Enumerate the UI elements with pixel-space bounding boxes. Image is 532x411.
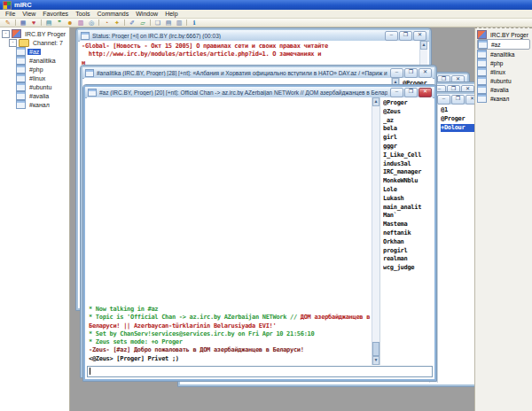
maximize-button[interactable]: ❐: [451, 95, 465, 105]
notify-list-icon[interactable]: ☻: [65, 19, 75, 27]
scrollbar-up-icon[interactable]: ▲: [372, 97, 379, 106]
switchbar-item[interactable]: #канал: [477, 94, 530, 103]
switchbar-item[interactable]: #analitika: [477, 50, 530, 58]
nick-item[interactable]: Lole: [383, 186, 433, 195]
switchbar-item-label: #linux: [489, 69, 507, 75]
options-icon[interactable]: ▦: [18, 19, 28, 27]
az-scrollbar[interactable]: ▲ ▼: [372, 97, 379, 365]
minimize-button[interactable]: –: [437, 95, 450, 105]
tree-channel-item[interactable]: #php: [0, 65, 69, 74]
tree-channel-label: #linux: [27, 75, 47, 81]
scrollbar-down-icon[interactable]: ▼: [372, 356, 379, 365]
channels-list-icon[interactable]: ▤: [43, 19, 54, 27]
menu-item-help[interactable]: Help: [161, 11, 181, 17]
text-caret: [90, 368, 90, 375]
tree-channel-item[interactable]: #analitika: [0, 56, 69, 65]
switchbar-item[interactable]: #ubuntu: [477, 76, 530, 85]
channel-icon: [477, 76, 487, 85]
switchbar-item[interactable]: #avalia: [477, 85, 530, 94]
tree-group-row[interactable]: - Channel: 7: [0, 38, 69, 47]
analitika-window-title: #analitika (IRC.BY, Proger) [28] [+nt]: …: [97, 70, 387, 76]
tree-channel-label: #канал: [27, 102, 51, 108]
nick-item[interactable]: @Proger: [441, 115, 474, 124]
nick-item[interactable]: Mastema: [383, 221, 433, 229]
close-button[interactable]: ✕: [419, 88, 432, 97]
nick-item[interactable]: @Proger: [383, 99, 433, 108]
menu-item-view[interactable]: View: [19, 11, 39, 17]
expander-icon[interactable]: -: [9, 39, 17, 47]
app-titlebar[interactable]: mIRC: [0, 0, 532, 10]
nick-item[interactable]: MonkeWNblu: [383, 177, 433, 186]
tile-horizontal-icon[interactable]: ▤: [163, 19, 174, 27]
switchbar-status-item[interactable]: IRC.BY Proger: [477, 30, 530, 39]
url-list-icon[interactable]: ◎: [86, 19, 97, 27]
minimize-button[interactable]: –: [390, 88, 403, 97]
maximize-button[interactable]: ❐: [404, 68, 418, 78]
message-input[interactable]: [87, 366, 433, 377]
notepad-icon[interactable]: ▱: [137, 19, 148, 27]
chat-line: * Topic is 'Official Chan -> az.irc.by A…: [89, 314, 372, 322]
nick-item[interactable]: @1: [441, 106, 474, 115]
menu-item-commands[interactable]: Commands: [93, 11, 132, 17]
channel-icon: [478, 40, 488, 49]
nick-item[interactable]: realman: [383, 255, 433, 264]
nick-item[interactable]: @Zeus: [383, 108, 433, 117]
tile-vertical-icon[interactable]: ▥: [174, 19, 184, 27]
highlight-icon[interactable]: ✦: [112, 19, 122, 27]
favorites-icon[interactable]: ♥: [28, 19, 39, 27]
tree-channel-item[interactable]: #канал: [0, 100, 69, 109]
tree-root-row[interactable]: - IRC.BY Proger: [0, 29, 69, 38]
nick-item[interactable]: Lukash: [383, 195, 433, 204]
nick-item[interactable]: Orkhan: [383, 238, 433, 247]
nick-item[interactable]: +Dolour: [441, 124, 474, 133]
close-button[interactable]: ✕: [466, 95, 474, 105]
tree-channel-item[interactable]: #az: [0, 47, 69, 56]
tree-channel-label: #az: [27, 49, 41, 55]
minimize-button[interactable]: –: [385, 31, 398, 41]
close-button[interactable]: ✕: [419, 68, 432, 78]
tree-channel-label: #php: [27, 66, 45, 73]
channel-icon: [477, 94, 487, 103]
chat-line: Беларуси! || Azerbaycan-türklarinin Bela…: [89, 322, 372, 330]
nick-item[interactable]: progirl: [383, 247, 433, 256]
maximize-button[interactable]: ❐: [399, 31, 412, 41]
expander-icon[interactable]: -: [2, 30, 10, 38]
nick-item[interactable]: gggr: [383, 143, 433, 151]
menu-item-tools[interactable]: Tools: [72, 11, 93, 17]
nick-item[interactable]: wcg_judge: [383, 264, 433, 273]
tree-channel-item[interactable]: #linux: [0, 74, 69, 82]
nick-item[interactable]: IRC_manager: [383, 168, 433, 177]
switchbar-item[interactable]: #linux: [477, 67, 530, 76]
switchbar-item[interactable]: #php: [477, 58, 530, 67]
nick-item[interactable]: I_Like_Cell: [383, 151, 433, 160]
nick-item[interactable]: neftanik: [383, 229, 433, 238]
help-icon[interactable]: ℹ: [189, 19, 200, 27]
maximize-button[interactable]: ❐: [404, 88, 418, 97]
address-book-icon[interactable]: ▥: [75, 19, 86, 27]
cascade-windows-icon[interactable]: ❏: [153, 19, 163, 27]
nick-item[interactable]: bela: [383, 125, 433, 134]
channel-icon: [16, 56, 26, 65]
scrollbar-up-icon[interactable]: ▲: [420, 41, 427, 50]
nick-item[interactable]: indus3al: [383, 160, 433, 169]
switchbar-item-label: #ubuntu: [489, 78, 513, 84]
tree-channel-item[interactable]: #avalia: [0, 91, 69, 100]
close-button[interactable]: ✕: [413, 31, 426, 41]
nick-item[interactable]: girl: [383, 134, 433, 143]
nick-item[interactable]: Man`: [383, 212, 433, 221]
az-window: #az (IRC.BY, Proger) [20] [+nt]: Officia…: [83, 85, 436, 381]
nick-item[interactable]: main_analit: [383, 204, 433, 213]
nick-item[interactable]: _az: [383, 117, 433, 126]
connect-icon[interactable]: ✎: [3, 19, 13, 27]
script-editor-icon[interactable]: ✐: [127, 19, 137, 27]
channel-icon: [477, 67, 487, 76]
switchbar-item[interactable]: #az: [477, 39, 530, 50]
menu-item-file[interactable]: File: [2, 11, 19, 17]
menu-item-window[interactable]: Window: [132, 11, 161, 17]
tree-channel-item[interactable]: #ubuntu: [0, 82, 69, 91]
minimize-button[interactable]: –: [390, 68, 403, 78]
query-icon[interactable]: ❞: [54, 19, 65, 27]
away-icon[interactable]: ◔: [101, 19, 112, 27]
menu-item-favorites[interactable]: Favorites: [39, 11, 72, 17]
scrollbar-thumb[interactable]: [372, 342, 379, 356]
